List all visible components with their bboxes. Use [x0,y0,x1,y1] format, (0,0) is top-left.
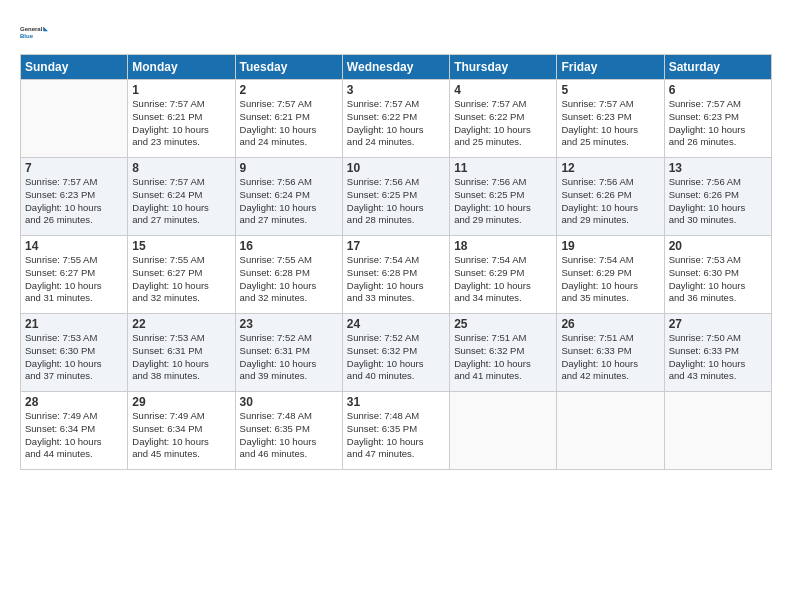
calendar-cell: 2Sunrise: 7:57 AMSunset: 6:21 PMDaylight… [235,80,342,158]
day-header-friday: Friday [557,55,664,80]
calendar-cell [450,392,557,470]
calendar-cell: 19Sunrise: 7:54 AMSunset: 6:29 PMDayligh… [557,236,664,314]
logo: GeneralBlue [20,18,48,46]
calendar-cell [21,80,128,158]
day-number: 18 [454,239,552,253]
calendar-cell: 13Sunrise: 7:56 AMSunset: 6:26 PMDayligh… [664,158,771,236]
calendar-cell [664,392,771,470]
calendar-cell: 31Sunrise: 7:48 AMSunset: 6:35 PMDayligh… [342,392,449,470]
day-header-sunday: Sunday [21,55,128,80]
calendar-cell: 24Sunrise: 7:52 AMSunset: 6:32 PMDayligh… [342,314,449,392]
calendar-cell: 27Sunrise: 7:50 AMSunset: 6:33 PMDayligh… [664,314,771,392]
calendar-week-row: 1Sunrise: 7:57 AMSunset: 6:21 PMDaylight… [21,80,772,158]
day-info: Sunrise: 7:55 AMSunset: 6:27 PMDaylight:… [25,254,123,305]
day-number: 14 [25,239,123,253]
day-number: 26 [561,317,659,331]
day-number: 5 [561,83,659,97]
calendar-cell: 7Sunrise: 7:57 AMSunset: 6:23 PMDaylight… [21,158,128,236]
day-info: Sunrise: 7:55 AMSunset: 6:28 PMDaylight:… [240,254,338,305]
calendar-cell: 23Sunrise: 7:52 AMSunset: 6:31 PMDayligh… [235,314,342,392]
calendar-cell: 21Sunrise: 7:53 AMSunset: 6:30 PMDayligh… [21,314,128,392]
calendar-cell: 12Sunrise: 7:56 AMSunset: 6:26 PMDayligh… [557,158,664,236]
day-number: 21 [25,317,123,331]
day-number: 22 [132,317,230,331]
calendar-cell: 18Sunrise: 7:54 AMSunset: 6:29 PMDayligh… [450,236,557,314]
day-info: Sunrise: 7:53 AMSunset: 6:30 PMDaylight:… [25,332,123,383]
day-number: 8 [132,161,230,175]
day-number: 30 [240,395,338,409]
day-info: Sunrise: 7:57 AMSunset: 6:22 PMDaylight:… [454,98,552,149]
day-number: 27 [669,317,767,331]
calendar-cell: 3Sunrise: 7:57 AMSunset: 6:22 PMDaylight… [342,80,449,158]
svg-marker-2 [43,26,48,31]
day-info: Sunrise: 7:56 AMSunset: 6:25 PMDaylight:… [347,176,445,227]
day-info: Sunrise: 7:57 AMSunset: 6:22 PMDaylight:… [347,98,445,149]
day-number: 1 [132,83,230,97]
day-info: Sunrise: 7:57 AMSunset: 6:23 PMDaylight:… [561,98,659,149]
calendar-cell: 10Sunrise: 7:56 AMSunset: 6:25 PMDayligh… [342,158,449,236]
day-number: 12 [561,161,659,175]
day-number: 15 [132,239,230,253]
day-number: 10 [347,161,445,175]
svg-text:General: General [20,26,43,32]
day-header-monday: Monday [128,55,235,80]
day-number: 7 [25,161,123,175]
day-info: Sunrise: 7:52 AMSunset: 6:31 PMDaylight:… [240,332,338,383]
day-info: Sunrise: 7:54 AMSunset: 6:29 PMDaylight:… [561,254,659,305]
day-info: Sunrise: 7:56 AMSunset: 6:25 PMDaylight:… [454,176,552,227]
day-info: Sunrise: 7:55 AMSunset: 6:27 PMDaylight:… [132,254,230,305]
calendar-cell: 28Sunrise: 7:49 AMSunset: 6:34 PMDayligh… [21,392,128,470]
calendar-cell: 14Sunrise: 7:55 AMSunset: 6:27 PMDayligh… [21,236,128,314]
day-info: Sunrise: 7:56 AMSunset: 6:26 PMDaylight:… [669,176,767,227]
day-info: Sunrise: 7:54 AMSunset: 6:28 PMDaylight:… [347,254,445,305]
calendar-cell: 1Sunrise: 7:57 AMSunset: 6:21 PMDaylight… [128,80,235,158]
day-number: 29 [132,395,230,409]
day-info: Sunrise: 7:57 AMSunset: 6:21 PMDaylight:… [240,98,338,149]
day-info: Sunrise: 7:52 AMSunset: 6:32 PMDaylight:… [347,332,445,383]
logo-icon: GeneralBlue [20,18,48,46]
calendar-cell: 5Sunrise: 7:57 AMSunset: 6:23 PMDaylight… [557,80,664,158]
day-info: Sunrise: 7:57 AMSunset: 6:23 PMDaylight:… [669,98,767,149]
day-info: Sunrise: 7:57 AMSunset: 6:23 PMDaylight:… [25,176,123,227]
calendar-cell: 4Sunrise: 7:57 AMSunset: 6:22 PMDaylight… [450,80,557,158]
calendar-table: SundayMondayTuesdayWednesdayThursdayFrid… [20,54,772,470]
day-number: 19 [561,239,659,253]
calendar-header-row: SundayMondayTuesdayWednesdayThursdayFrid… [21,55,772,80]
calendar-week-row: 21Sunrise: 7:53 AMSunset: 6:30 PMDayligh… [21,314,772,392]
day-info: Sunrise: 7:49 AMSunset: 6:34 PMDaylight:… [25,410,123,461]
calendar-cell: 22Sunrise: 7:53 AMSunset: 6:31 PMDayligh… [128,314,235,392]
day-info: Sunrise: 7:48 AMSunset: 6:35 PMDaylight:… [347,410,445,461]
day-number: 23 [240,317,338,331]
svg-text:Blue: Blue [20,33,34,39]
calendar-cell [557,392,664,470]
calendar-week-row: 28Sunrise: 7:49 AMSunset: 6:34 PMDayligh… [21,392,772,470]
day-number: 11 [454,161,552,175]
day-info: Sunrise: 7:50 AMSunset: 6:33 PMDaylight:… [669,332,767,383]
calendar-cell: 15Sunrise: 7:55 AMSunset: 6:27 PMDayligh… [128,236,235,314]
day-number: 6 [669,83,767,97]
day-header-saturday: Saturday [664,55,771,80]
day-number: 2 [240,83,338,97]
day-number: 31 [347,395,445,409]
calendar-cell: 20Sunrise: 7:53 AMSunset: 6:30 PMDayligh… [664,236,771,314]
calendar-cell: 16Sunrise: 7:55 AMSunset: 6:28 PMDayligh… [235,236,342,314]
calendar-cell: 8Sunrise: 7:57 AMSunset: 6:24 PMDaylight… [128,158,235,236]
day-info: Sunrise: 7:51 AMSunset: 6:32 PMDaylight:… [454,332,552,383]
day-header-thursday: Thursday [450,55,557,80]
day-header-tuesday: Tuesday [235,55,342,80]
day-number: 9 [240,161,338,175]
day-info: Sunrise: 7:53 AMSunset: 6:30 PMDaylight:… [669,254,767,305]
day-number: 17 [347,239,445,253]
calendar-cell: 9Sunrise: 7:56 AMSunset: 6:24 PMDaylight… [235,158,342,236]
day-header-wednesday: Wednesday [342,55,449,80]
day-number: 4 [454,83,552,97]
calendar-cell: 17Sunrise: 7:54 AMSunset: 6:28 PMDayligh… [342,236,449,314]
day-number: 25 [454,317,552,331]
day-number: 13 [669,161,767,175]
day-info: Sunrise: 7:51 AMSunset: 6:33 PMDaylight:… [561,332,659,383]
day-number: 24 [347,317,445,331]
day-info: Sunrise: 7:48 AMSunset: 6:35 PMDaylight:… [240,410,338,461]
day-number: 16 [240,239,338,253]
calendar-week-row: 7Sunrise: 7:57 AMSunset: 6:23 PMDaylight… [21,158,772,236]
calendar-cell: 6Sunrise: 7:57 AMSunset: 6:23 PMDaylight… [664,80,771,158]
